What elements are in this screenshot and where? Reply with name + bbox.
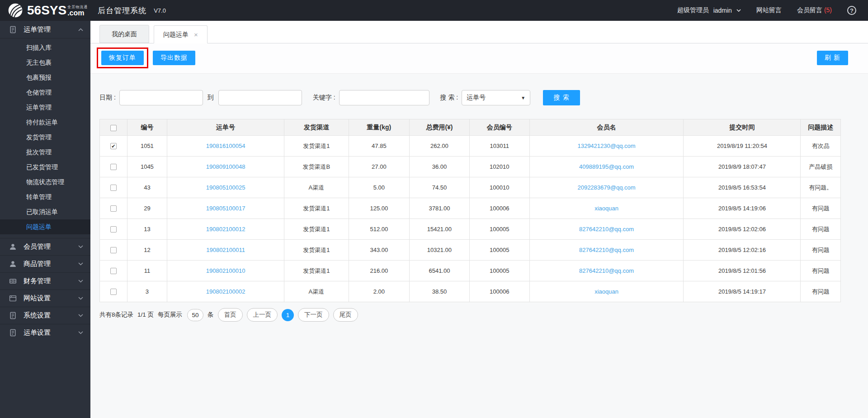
- waybill-link[interactable]: 190802100011: [206, 247, 245, 253]
- keyword-input[interactable]: [339, 90, 429, 105]
- sidebar-group-label: 网站设置: [24, 294, 51, 303]
- row-checkbox[interactable]: [110, 164, 117, 170]
- waybill-link[interactable]: 190809100048: [206, 163, 245, 170]
- cell-weight: 27.00: [349, 157, 409, 177]
- cell-member_name: xiaoquan: [529, 198, 684, 219]
- user-menu[interactable]: 超级管理员 iadmin: [677, 6, 741, 14]
- search-type-select[interactable]: 运单号 ▼: [462, 90, 530, 105]
- waybill-link[interactable]: 190805100017: [206, 205, 245, 212]
- per-page-unit: 条: [208, 311, 214, 319]
- member-link[interactable]: 827642210@qq.com: [579, 247, 634, 253]
- restore-order-button[interactable]: 恢复订单: [101, 51, 144, 65]
- help-icon[interactable]: ?: [847, 6, 856, 15]
- sidebar-item[interactable]: 无主包裹: [0, 55, 90, 70]
- per-page-label: 每页展示: [158, 311, 182, 319]
- sidebar-item[interactable]: 物流状态管理: [0, 175, 90, 190]
- sidebar-group-label: 财务管理: [24, 277, 51, 285]
- chevron-down-icon: [78, 245, 83, 248]
- cell-issue: 有问题: [801, 198, 841, 219]
- app-version: V7.0: [154, 7, 166, 14]
- record-count: 共有8条记录: [99, 311, 133, 319]
- row-checkbox[interactable]: [110, 185, 117, 191]
- sidebar-item[interactable]: 扫描入库: [0, 40, 90, 55]
- filter-row: 日期 : 到 关键字 : 搜 索 : 运单号 ▼ 搜 索: [99, 90, 841, 105]
- sidebar-group-6[interactable]: 运单设置: [0, 324, 90, 341]
- sidebar-group-label: 系统设置: [24, 311, 51, 320]
- cell-waybill_no: 190805100017: [167, 198, 284, 219]
- member-link[interactable]: 2092283679@qq.com: [577, 184, 635, 191]
- date-to-input[interactable]: [218, 90, 302, 105]
- sidebar-group-4[interactable]: 网站设置: [0, 290, 90, 307]
- cell-id: 29: [127, 198, 167, 219]
- sidebar-group-3[interactable]: 财务管理: [0, 272, 90, 290]
- sidebar-item[interactable]: 运单管理: [0, 100, 90, 115]
- cell-issue: 有问题: [801, 261, 841, 281]
- waybill-link[interactable]: 190802100010: [206, 267, 245, 274]
- sidebar-item[interactable]: 仓储管理: [0, 85, 90, 100]
- per-page-input[interactable]: 50: [187, 309, 203, 321]
- sidebar-item[interactable]: 已发货管理: [0, 160, 90, 175]
- cell-submit_time: 2019/8/5 14:19:17: [684, 281, 801, 302]
- cell-id: 13: [127, 219, 167, 240]
- last-page-button[interactable]: 尾页: [333, 308, 358, 322]
- sidebar-group-label: 会员管理: [24, 242, 51, 251]
- row-checkbox[interactable]: [110, 226, 117, 233]
- sidebar-group-1[interactable]: 会员管理: [0, 238, 90, 255]
- cell-issue: 有问题。: [801, 177, 841, 198]
- brand-tld: .com: [67, 10, 84, 17]
- waybill-link[interactable]: 190816100054: [206, 142, 245, 149]
- site-messages-link[interactable]: 网站留言: [756, 6, 782, 14]
- search-type-label: 搜 索 :: [440, 94, 458, 102]
- member-link[interactable]: xiaoquan: [594, 205, 618, 212]
- sidebar-item[interactable]: 发货管理: [0, 130, 90, 145]
- current-page-button[interactable]: 1: [282, 309, 294, 321]
- waybill-link[interactable]: 190802100002: [206, 288, 245, 295]
- cell-submit_time: 2019/8/19 11:20:54: [684, 136, 801, 157]
- user-name: iadmin: [713, 7, 732, 14]
- row-checkbox[interactable]: [110, 268, 117, 274]
- close-icon[interactable]: ×: [194, 31, 198, 38]
- row-checkbox[interactable]: [110, 205, 117, 212]
- cell-member_id: 103011: [469, 136, 529, 157]
- tab-1-active[interactable]: 问题运单×: [154, 25, 208, 43]
- member-link[interactable]: xiaoquan: [594, 288, 618, 295]
- select-caret-icon: ▼: [521, 95, 525, 100]
- cell-submit_time: 2019/8/5 16:53:54: [684, 177, 801, 198]
- table-row: 1045190809100048发货渠道B27.0036.00102010409…: [100, 157, 841, 177]
- sidebar-group-0[interactable]: 运单管理: [0, 21, 90, 38]
- sidebar-item[interactable]: 待付款运单: [0, 115, 90, 130]
- tab-0[interactable]: 我的桌面: [99, 25, 149, 43]
- select-all-checkbox[interactable]: [110, 125, 117, 131]
- waybill-link[interactable]: 190802100012: [206, 226, 245, 233]
- search-button[interactable]: 搜 索: [543, 90, 580, 105]
- row-checkbox[interactable]: [110, 247, 117, 253]
- cell-total_fee: 38.50: [410, 281, 470, 302]
- keyword-label: 关键字 :: [313, 94, 335, 102]
- date-from-input[interactable]: [119, 90, 203, 105]
- sidebar-item[interactable]: 已取消运单: [0, 204, 90, 219]
- member-link[interactable]: 1329421230@qq.com: [577, 142, 635, 149]
- pagination: 共有8条记录 1/1 页 每页展示 50 条 首页 上一页 1 下一页 尾页: [99, 308, 841, 322]
- table-row: 43190805100025A渠道5.0074.5010001020922836…: [100, 177, 841, 198]
- member-messages-link[interactable]: 会员留言(5): [797, 6, 832, 14]
- member-link[interactable]: 827642210@qq.com: [579, 226, 634, 233]
- row-checkbox[interactable]: [110, 289, 117, 295]
- next-page-button[interactable]: 下一页: [298, 308, 329, 322]
- table-row: 12190802100011发货渠道1343.0010321.001000058…: [100, 240, 841, 261]
- member-link[interactable]: 827642210@qq.com: [579, 267, 634, 274]
- export-data-button[interactable]: 导出数据: [153, 51, 195, 65]
- row-checkbox[interactable]: [110, 143, 117, 149]
- sidebar-item[interactable]: 包裹预报: [0, 70, 90, 85]
- member-link[interactable]: 409889195@qq.com: [579, 163, 634, 170]
- refresh-button[interactable]: 刷 新: [817, 51, 848, 65]
- sidebar-group-label: 运单管理: [24, 25, 51, 34]
- waybill-link[interactable]: 190805100025: [206, 184, 245, 191]
- prev-page-button[interactable]: 上一页: [247, 308, 278, 322]
- sidebar-group-2[interactable]: 商品管理: [0, 255, 90, 272]
- sidebar-item-active[interactable]: 问题运单: [0, 219, 90, 234]
- sidebar-group-5[interactable]: 系统设置: [0, 307, 90, 324]
- sidebar-item[interactable]: 批次管理: [0, 145, 90, 160]
- sidebar-item[interactable]: 转单管理: [0, 190, 90, 204]
- browser-icon: [9, 294, 17, 302]
- first-page-button[interactable]: 首页: [218, 308, 243, 322]
